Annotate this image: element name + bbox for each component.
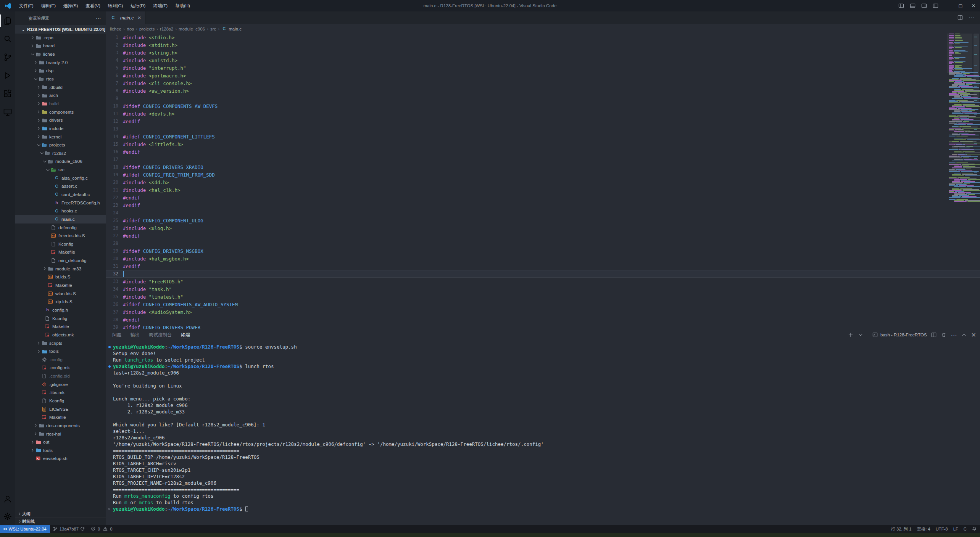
menu-转到[interactable]: 转到(G): [104, 0, 127, 11]
tree-item-bt.lds.S[interactable]: 01bt.lds.S: [15, 273, 106, 281]
tree-item-lichee[interactable]: lichee: [15, 50, 106, 58]
remote-indicator[interactable]: >< WSL: Ubuntu-22.04: [0, 525, 50, 533]
tree-item-rtos[interactable]: rtos: [15, 75, 106, 83]
code-line-18[interactable]: 18#ifdef CONFIG_DRIVERS_XRADIO: [106, 163, 980, 171]
code-line-33[interactable]: 33#include "FreeRTOS.h": [106, 278, 980, 285]
breadcrumb-item-projects[interactable]: projects: [139, 27, 155, 31]
breadcrumb-item-src[interactable]: src: [210, 27, 216, 31]
tree-item-scripts[interactable]: scripts: [15, 339, 106, 347]
minimap[interactable]: [947, 34, 972, 240]
tree-item-Makefile[interactable]: Makefile: [15, 322, 106, 331]
tree-item-Makefile[interactable]: Makefile: [15, 281, 106, 289]
terminal-dropdown-icon[interactable]: [858, 332, 864, 338]
maximize-panel-icon[interactable]: [961, 332, 967, 338]
kill-terminal-icon[interactable]: [941, 332, 947, 338]
breadcrumb-item-r128s2[interactable]: r128s2: [160, 27, 173, 31]
editor-more-actions-icon[interactable]: ⋯: [969, 14, 975, 21]
close-panel-icon[interactable]: ✕: [971, 331, 976, 339]
menu-文件[interactable]: 文件(F): [15, 0, 37, 11]
activity-source-control-icon[interactable]: [0, 48, 15, 66]
menu-编辑[interactable]: 编辑(E): [37, 0, 60, 11]
tree-item-envsetup.sh[interactable]: envsetup.sh: [15, 455, 106, 463]
split-editor-icon[interactable]: [957, 15, 963, 21]
panel-more-icon[interactable]: ⋯: [951, 331, 957, 339]
tree-item-.dbuild[interactable]: .dbuild: [15, 83, 106, 92]
tree-item-LICENSE[interactable]: LICENSE: [15, 405, 106, 413]
sidebar-section-时间线[interactable]: 时间线: [15, 518, 106, 525]
new-terminal-icon[interactable]: [848, 332, 854, 338]
activity-extensions-icon[interactable]: [0, 85, 15, 103]
code-line-11[interactable]: 11#include <devfs.h>: [106, 110, 980, 117]
panel-tab-输出[interactable]: 输出: [131, 329, 140, 341]
code-line-15[interactable]: 15#include <littlefs.h>: [106, 140, 980, 148]
code-line-6[interactable]: 6#include <portmacro.h>: [106, 72, 980, 79]
tree-item-include[interactable]: include: [15, 124, 106, 133]
tree-item-assert.c[interactable]: Cassert.c: [15, 182, 106, 191]
status-lf[interactable]: LF: [951, 525, 961, 533]
code-line-24[interactable]: 24: [106, 209, 980, 217]
tree-item-src[interactable]: src: [15, 166, 106, 174]
command-decoration-icon[interactable]: [108, 365, 111, 368]
tree-item-rtos-hal[interactable]: rtos-hal: [15, 430, 106, 438]
tree-item-drivers[interactable]: drivers: [15, 116, 106, 124]
tree-item-alsa_config.c[interactable]: Calsa_config.c: [15, 174, 106, 182]
problems-status[interactable]: 0 0: [88, 525, 115, 533]
tree-item-xip.lds.S[interactable]: 01xip.lds.S: [15, 298, 106, 306]
breadcrumb-item-module_c906[interactable]: module_c906: [179, 27, 205, 31]
code-line-3[interactable]: 3#include <string.h>: [106, 49, 980, 56]
code-line-25[interactable]: 25#ifdef CONFIG_COMPONENT_ULOG: [106, 217, 980, 224]
menu-查看[interactable]: 查看(V): [82, 0, 104, 11]
code-line-38[interactable]: 38#endif: [106, 316, 980, 323]
breadcrumb-item-main.c[interactable]: Cmain.c: [221, 26, 242, 32]
code-line-32[interactable]: 32: [106, 270, 980, 278]
tree-item-Makefile[interactable]: Makefile: [15, 413, 106, 421]
code-line-39[interactable]: 39#ifdef CONFIG_DRIVERS_POWER: [106, 323, 980, 329]
menu-帮助[interactable]: 帮助(H): [171, 0, 194, 11]
tree-item-.config[interactable]: .config: [15, 355, 106, 364]
panel-tab-终端[interactable]: 终端: [181, 329, 190, 341]
code-line-26[interactable]: 26#include <ulog.h>: [106, 224, 980, 232]
activity-run-debug-icon[interactable]: [0, 66, 15, 85]
tree-item-.config.mk[interactable]: .config.mk: [15, 364, 106, 372]
code-line-36[interactable]: 36#ifdef CONFIG_COMPONENTS_AW_AUDIO_SYST…: [106, 301, 980, 308]
tree-item-Kconfig[interactable]: Kconfig: [15, 397, 106, 405]
menu-终端[interactable]: 终端(T): [149, 0, 171, 11]
status-4[interactable]: 空格: 4: [914, 525, 933, 533]
tree-item-tools[interactable]: tools: [15, 446, 106, 455]
code-line-34[interactable]: 34#include "task.h": [106, 285, 980, 293]
code-line-29[interactable]: 29#ifdef CONFIG_DRIVERS_MSGBOX: [106, 247, 980, 255]
tree-item-board[interactable]: board: [15, 42, 106, 50]
code-line-23[interactable]: 23#endif: [106, 201, 980, 209]
minimize-button[interactable]: —: [941, 0, 954, 11]
code-line-17[interactable]: 17: [106, 156, 980, 163]
code-line-28[interactable]: 28: [106, 240, 980, 247]
code-line-12[interactable]: 12#endif: [106, 117, 980, 125]
tree-item-freertos.lds.S[interactable]: 01freertos.lds.S: [15, 232, 106, 240]
tree-item-module_m33[interactable]: module_m33: [15, 265, 106, 273]
explorer-more-actions-button[interactable]: ⋯: [96, 15, 102, 21]
code-line-19[interactable]: 19#ifdef CONFIG_FREQ_TRIM_FROM_SDD: [106, 171, 980, 178]
tab-main-c[interactable]: C main.c ✕: [106, 11, 145, 24]
status-321[interactable]: 行 32, 列 1: [888, 525, 914, 533]
tree-item-card_default.c[interactable]: Ccard_default.c: [15, 190, 106, 199]
activity-explorer-icon[interactable]: [0, 11, 15, 30]
tree-item-projects[interactable]: projects: [15, 141, 106, 149]
command-decoration-icon[interactable]: [108, 346, 111, 348]
notifications-bell-icon[interactable]: [969, 525, 980, 533]
code-line-5[interactable]: 5#include "interrupt.h": [106, 64, 980, 72]
tree-item-FreeRTOSConfig.h[interactable]: hFreeRTOSConfig.h: [15, 199, 106, 207]
tree-item-brandy-2.0[interactable]: brandy-2.0: [15, 58, 106, 67]
sidebar-section-大纲[interactable]: 大纲: [15, 510, 106, 518]
code-line-7[interactable]: 7#include <cli_console.h>: [106, 79, 980, 87]
tree-item-.config.old[interactable]: .config.old: [15, 372, 106, 380]
tree-item-Kconfig[interactable]: Kconfig: [15, 240, 106, 248]
code-line-37[interactable]: 37#include <AudioSystem.h>: [106, 308, 980, 316]
code-line-27[interactable]: 27#endif: [106, 232, 980, 240]
code-line-20[interactable]: 20#include <sdd.h>: [106, 178, 980, 186]
tree-item-tools[interactable]: tools: [15, 347, 106, 355]
editor-scrollbar[interactable]: [974, 34, 979, 102]
code-line-22[interactable]: 22#endif: [106, 194, 980, 201]
panel-tab-问题[interactable]: 问题: [112, 329, 121, 341]
command-pending-icon[interactable]: [108, 508, 110, 510]
terminal[interactable]: yuzuki@YuzukiKoddo:~/WorkSpace/R128-Free…: [113, 344, 976, 525]
